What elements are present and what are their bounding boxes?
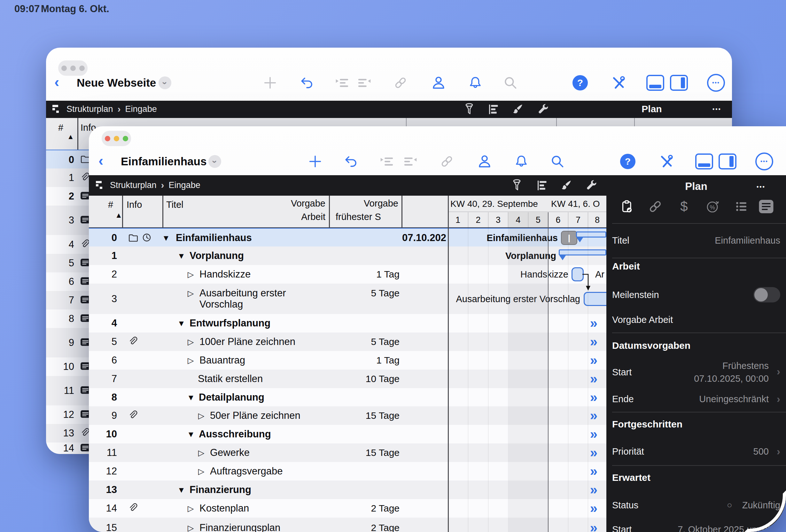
document-title[interactable]: Neue Webseite (77, 76, 156, 89)
style-brush-icon[interactable] (509, 101, 526, 118)
table-row[interactable]: 13 ▼ Finanzierung » (89, 481, 606, 499)
panel-more-icon[interactable]: ••• (757, 184, 766, 190)
tools-icon[interactable] (609, 74, 627, 92)
zoom-window-dot[interactable] (123, 136, 128, 141)
column-header-earliest-1[interactable]: Vorgabe (331, 198, 398, 209)
tab-checklist-icon[interactable] (732, 197, 751, 216)
expand-icon[interactable]: ▷ (188, 356, 194, 365)
table-row[interactable]: 10 ▼ Ausschreibung » (89, 425, 606, 443)
wrench-icon[interactable] (584, 177, 600, 194)
front-window[interactable]: ‹ Einfamilienhaus › ? ••• Strukturplan ›… (89, 126, 786, 532)
column-header-number[interactable]: # (58, 122, 63, 133)
collapse-icon[interactable]: ▼ (178, 485, 185, 494)
gantt-task-bar[interactable] (584, 292, 606, 306)
breadcrumb[interactable]: Strukturplan › Eingabe (96, 180, 201, 190)
gantt-overflow-indicator[interactable]: » (584, 371, 603, 387)
add-button[interactable] (261, 74, 279, 92)
expand-icon[interactable]: ▷ (188, 289, 194, 298)
week-header[interactable]: KW 40, 29. Septembe (448, 199, 547, 209)
collapse-icon[interactable]: ▼ (178, 319, 185, 328)
indent-icon[interactable] (333, 74, 351, 92)
expand-icon[interactable]: ▷ (188, 270, 194, 279)
title-dropdown-button[interactable]: › (159, 76, 171, 89)
field-ende[interactable]: Ende Uneingeschränkt › (612, 392, 780, 407)
column-header-title[interactable]: Titel (166, 200, 183, 210)
title-dropdown-button[interactable]: › (208, 155, 221, 168)
undo-icon[interactable] (342, 153, 360, 170)
more-icon[interactable]: ••• (707, 74, 725, 92)
gantt-overflow-indicator[interactable]: » (584, 390, 603, 405)
help-icon[interactable]: ? (571, 74, 589, 92)
breadcrumb[interactable]: Strukturplan › Eingabe (52, 103, 157, 114)
gantt-overflow-indicator[interactable]: » (584, 316, 603, 331)
tab-cost-icon[interactable]: $ (674, 197, 694, 216)
gantt-overflow-indicator[interactable]: » (584, 445, 603, 460)
wrench-icon[interactable] (535, 101, 552, 118)
tools-icon[interactable] (657, 153, 675, 170)
right-panel-icon[interactable] (670, 74, 688, 92)
sort-asc-icon[interactable]: ▲ (115, 211, 122, 219)
field-vorgabe-arbeit[interactable]: Vorgabe Arbeit (612, 313, 780, 329)
gantt-overflow-indicator[interactable]: » (584, 408, 603, 423)
table-row[interactable]: 11 ▷ Gewerke 15 Tage » (89, 443, 606, 462)
table-row[interactable]: 8 ▼ Detailplanung » (89, 388, 606, 406)
table-row[interactable]: 5 ▷ 100er Pläne zeichnen 5 Tage » (89, 332, 606, 351)
link-icon[interactable] (392, 74, 410, 92)
search-icon[interactable] (549, 153, 567, 170)
gantt-overflow-indicator[interactable]: » (584, 501, 603, 516)
indent-icon[interactable] (378, 153, 396, 170)
table-row[interactable]: 15 ▷ Finanzierungsplan 2 Tage » (89, 517, 606, 532)
expand-icon[interactable]: ▷ (188, 337, 194, 347)
breadcrumb-root[interactable]: Strukturplan (110, 180, 157, 190)
collapse-icon[interactable]: ▼ (187, 430, 195, 439)
table-row[interactable]: 2 ▷ Handskizze 1 Tag Handskizze Ar (89, 265, 606, 283)
tab-utilization-icon[interactable]: % (703, 197, 722, 216)
user-icon[interactable] (476, 153, 493, 170)
tab-links-icon[interactable] (646, 197, 665, 216)
gantt-overflow-indicator[interactable]: » (584, 353, 603, 368)
user-icon[interactable] (430, 74, 447, 92)
week-header[interactable]: KW 41, 6. O (549, 199, 606, 209)
gantt-progress-handle[interactable]: | (561, 231, 577, 245)
add-button[interactable] (306, 153, 324, 170)
column-header-work-1[interactable]: Vorgabe (261, 198, 325, 209)
minimize-window-dot[interactable] (114, 136, 119, 141)
meilenstein-toggle[interactable] (754, 287, 780, 302)
expand-icon[interactable]: ▷ (188, 523, 194, 532)
view-more-icon[interactable]: ••• (713, 106, 721, 113)
gantt-overflow-indicator[interactable]: » (584, 464, 603, 479)
field-prioritaet[interactable]: Priorität 500 › (612, 444, 780, 460)
expand-icon[interactable]: ▷ (198, 411, 204, 420)
bottom-panel-icon[interactable] (646, 74, 664, 92)
table-row[interactable]: 7 Statik erstellen 10 Tage » (89, 370, 606, 388)
table-row[interactable]: 3 ▷ Ausarbeitung erster Vorschlag 5 Tage… (89, 283, 606, 314)
table-gantt-divider[interactable] (448, 196, 449, 532)
outline-icon[interactable] (534, 177, 551, 194)
expand-icon[interactable]: ▷ (198, 467, 204, 476)
sort-asc-icon[interactable]: ▲ (67, 133, 74, 141)
back-icon[interactable]: ‹ (54, 74, 59, 89)
filter-icon[interactable] (461, 101, 478, 118)
field-titel[interactable]: Titel Einfamilienhaus (612, 233, 780, 249)
gantt-overflow-indicator[interactable]: » (584, 520, 603, 532)
column-header-number[interactable]: # (108, 200, 113, 210)
expand-icon[interactable]: ▷ (198, 448, 204, 458)
help-icon[interactable]: ? (619, 153, 637, 170)
column-header-info[interactable]: Info (126, 200, 142, 210)
bell-icon[interactable] (512, 153, 530, 170)
filter-icon[interactable] (509, 177, 525, 194)
column-header-earliest-2[interactable]: frühester S (336, 212, 399, 222)
document-title[interactable]: Einfamilienhaus (121, 155, 207, 168)
table-row[interactable]: 9 ▷ 50er Pläne zeichnen 15 Tage » (89, 406, 606, 425)
back-icon[interactable]: ‹ (98, 153, 103, 168)
tab-notes-icon[interactable] (757, 197, 776, 216)
field-start[interactable]: Start Frühestens 07.10.2025, 00:00 › (612, 361, 780, 385)
window-controls[interactable] (102, 131, 131, 146)
gantt-overflow-indicator[interactable]: » (584, 426, 603, 442)
style-brush-icon[interactable] (558, 177, 575, 194)
expand-icon[interactable]: ▷ (188, 504, 194, 513)
column-header-work-2[interactable]: Arbeit (261, 212, 325, 222)
undo-icon[interactable] (298, 74, 316, 92)
bell-icon[interactable] (466, 74, 484, 92)
table-row[interactable]: 1 ▼ Vorplanung Vorplanung (89, 247, 606, 265)
